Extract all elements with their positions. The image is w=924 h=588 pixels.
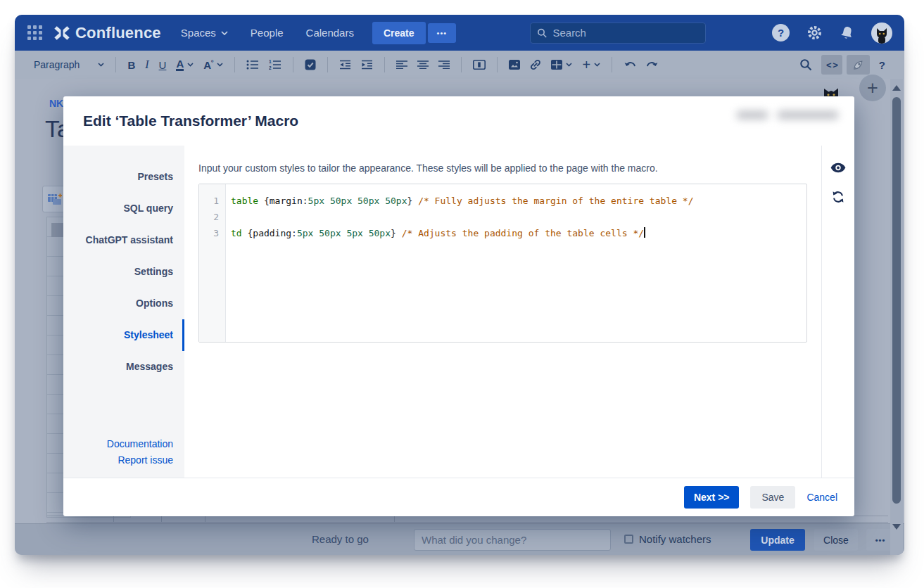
- nav-item-label: People: [251, 27, 284, 39]
- italic-button[interactable]: I: [140, 55, 153, 75]
- bold-button[interactable]: B: [122, 55, 140, 75]
- report-issue-link[interactable]: Report issue: [107, 452, 173, 468]
- css-code-editor[interactable]: 1 2 3 table {margin:5px 50px 50px 50px} …: [198, 184, 807, 343]
- task-list-button[interactable]: [300, 55, 321, 75]
- rocket-icon: [852, 58, 865, 72]
- indent-button[interactable]: [356, 55, 378, 75]
- nav-item-calendars[interactable]: Calendars: [306, 27, 354, 39]
- redo-icon: [646, 60, 659, 70]
- save-button[interactable]: Save: [750, 486, 795, 509]
- insert-table-dropdown[interactable]: [546, 55, 577, 75]
- bullet-list-button[interactable]: [241, 55, 264, 75]
- nav-item-people[interactable]: People: [251, 27, 284, 39]
- paragraph-style-dropdown[interactable]: Paragraph: [29, 55, 109, 75]
- text-styles-dropdown[interactable]: Aº: [198, 55, 228, 75]
- create-button[interactable]: Create: [372, 22, 426, 44]
- add-page-button[interactable]: +: [859, 75, 886, 101]
- code-line-3: td {padding:5px 50px 5px 50px} /* Adjust…: [231, 225, 801, 241]
- align-left-button[interactable]: [391, 55, 412, 75]
- status-text: Ready to go: [312, 533, 369, 545]
- update-button[interactable]: Update: [750, 529, 805, 551]
- close-button[interactable]: Close: [814, 529, 858, 551]
- cancel-link[interactable]: Cancel: [806, 492, 837, 503]
- chevron-down-icon: [98, 63, 104, 67]
- gear-icon: [806, 25, 823, 41]
- sidebar-item-chatgpt-assistant[interactable]: ChatGPT assistant: [63, 224, 184, 256]
- rocket-addon-button[interactable]: [847, 55, 870, 75]
- version-comment-input[interactable]: [414, 529, 611, 551]
- scrollbar-thumb[interactable]: [892, 97, 901, 504]
- link-icon: [530, 59, 541, 70]
- notifications-button[interactable]: [840, 25, 854, 41]
- page-layout-icon: [473, 60, 486, 70]
- undo-icon: [624, 60, 636, 70]
- line-number-gutter: 1 2 3: [199, 184, 226, 342]
- dialog-footer: Next >> Save Cancel: [63, 478, 854, 516]
- underline-button[interactable]: U: [154, 55, 172, 75]
- grid-icon: [27, 25, 44, 41]
- sidebar-links: Documentation Report issue: [107, 436, 173, 468]
- user-avatar[interactable]: [871, 23, 892, 44]
- confluence-logo[interactable]: Confluence: [54, 24, 161, 42]
- scroll-up-arrow[interactable]: [892, 85, 901, 91]
- align-right-icon: [438, 60, 450, 69]
- blurred-badge: [736, 110, 839, 120]
- notify-watchers-control[interactable]: Notify watchers: [624, 533, 711, 545]
- notify-watchers-checkbox[interactable]: [624, 535, 633, 544]
- toolbar-separator: [293, 57, 293, 72]
- insert-link-button[interactable]: [525, 55, 546, 75]
- help-button[interactable]: ?: [772, 24, 790, 41]
- find-replace-button[interactable]: [795, 55, 817, 75]
- undo-button[interactable]: [619, 55, 641, 75]
- plus-icon: +: [582, 58, 590, 71]
- editor-help-button[interactable]: ?: [874, 55, 890, 75]
- align-center-button[interactable]: [412, 55, 433, 75]
- insert-files-button[interactable]: [504, 55, 525, 75]
- nav-item-spaces[interactable]: Spaces: [181, 27, 228, 39]
- toolbar-separator: [461, 57, 462, 72]
- search-input[interactable]: [552, 27, 699, 39]
- notify-watchers-label: Notify watchers: [639, 533, 711, 545]
- bell-icon: [840, 25, 854, 41]
- line-number: 3: [199, 225, 225, 241]
- code-area[interactable]: table {margin:5px 50px 50px 50px} /* Ful…: [226, 184, 806, 342]
- settings-button[interactable]: [806, 25, 823, 41]
- chevron-down-icon: [187, 63, 194, 67]
- eye-icon: [830, 162, 846, 173]
- next-button[interactable]: Next >>: [684, 486, 740, 509]
- dialog-title: Edit ‘Table Transformer’ Macro: [83, 113, 298, 129]
- align-left-icon: [396, 60, 407, 69]
- table-icon: [551, 60, 562, 70]
- sidebar-item-options[interactable]: Options: [63, 288, 184, 319]
- search-box[interactable]: [530, 23, 706, 44]
- paragraph-label: Paragraph: [34, 59, 80, 70]
- source-editor-button[interactable]: < >: [821, 55, 842, 75]
- toolbar-separator: [497, 57, 498, 72]
- dialog-header: Edit ‘Table Transformer’ Macro: [63, 96, 854, 146]
- refresh-button[interactable]: [831, 190, 845, 204]
- dialog-side-tools: [821, 146, 854, 478]
- preview-button[interactable]: [830, 162, 846, 173]
- sidebar-item-presets[interactable]: Presets: [63, 161, 184, 193]
- sidebar-item-stylesheet[interactable]: Stylesheet: [63, 319, 184, 351]
- redo-button[interactable]: [641, 55, 664, 75]
- breadcrumb[interactable]: NK: [49, 98, 63, 109]
- confluence-logo-mark-icon: [54, 26, 70, 40]
- app-switcher-grid-icon[interactable]: [27, 25, 44, 41]
- align-right-button[interactable]: [433, 55, 455, 75]
- table-transformer-icon: [47, 193, 63, 205]
- nav-more-button[interactable]: •••: [428, 23, 457, 43]
- scroll-down-arrow[interactable]: [892, 524, 901, 530]
- chevron-down-icon: [217, 63, 223, 67]
- insert-more-dropdown[interactable]: +: [577, 55, 605, 75]
- sidebar-item-messages[interactable]: Messages: [63, 351, 184, 383]
- sidebar-item-settings[interactable]: Settings: [63, 256, 184, 288]
- page-scrollbar[interactable]: [890, 79, 903, 555]
- search-icon: [537, 27, 547, 39]
- page-layout-button[interactable]: [468, 55, 491, 75]
- sidebar-item-sql-query[interactable]: SQL query: [63, 193, 184, 224]
- outdent-button[interactable]: [334, 55, 356, 75]
- documentation-link[interactable]: Documentation: [107, 436, 173, 452]
- numbered-list-button[interactable]: 1 2: [264, 55, 286, 75]
- text-color-dropdown[interactable]: A: [171, 55, 198, 75]
